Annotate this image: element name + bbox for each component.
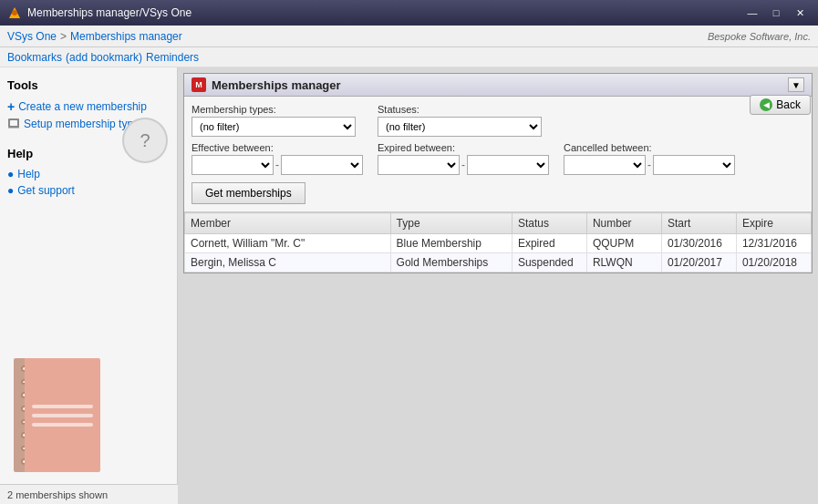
sidebar-item-help[interactable]: ● Help (7, 166, 170, 182)
cancelled-from-select[interactable] (564, 155, 646, 175)
notebook-spine (14, 358, 25, 472)
cancelled-between-label: Cancelled between: (564, 142, 652, 153)
expired-between-label: Expired between: (378, 142, 455, 153)
main-layout: Tools ? + Create a new membership Setup … (0, 67, 818, 504)
cancelled-between-group: Cancelled between: - (564, 142, 735, 175)
table-header-row: Member Type Status Number Start Expire (185, 213, 812, 234)
title-bar-buttons: — □ ✕ (741, 5, 811, 21)
nav-bar: VSys One > Memberships manager Bespoke S… (0, 26, 818, 47)
memberships-table: Member Type Status Number Start Expire C… (184, 212, 812, 273)
col-header-status: Status (512, 213, 586, 234)
col-header-type: Type (390, 213, 512, 234)
cancelled-dash: - (647, 159, 651, 171)
close-button[interactable]: ✕ (789, 5, 811, 21)
sidebar-item-create[interactable]: + Create a new membership (7, 98, 170, 116)
col-header-expire: Expire (736, 213, 811, 234)
help-circle-icon: ? (122, 118, 168, 163)
effective-dash: - (275, 159, 279, 171)
expired-dash: - (461, 159, 465, 171)
get-support-label: Get support (17, 184, 75, 197)
col-header-start: Start (661, 213, 736, 234)
membership-types-group: Membership types: (no filter) (192, 104, 356, 137)
status-text: 2 memberships shown (7, 489, 108, 500)
cancelled-to-select[interactable] (653, 155, 735, 175)
title-bar-text: Memberships manager/VSys One (27, 6, 736, 19)
panel-controls: ▼ (788, 77, 804, 92)
breadcrumb: VSys One > Memberships manager (7, 30, 182, 43)
expired-to-select[interactable] (467, 155, 549, 175)
get-memberships-row: Get memberships (192, 180, 804, 204)
cell-expire: 01/20/2018 (736, 253, 811, 273)
cell-status: Expired (512, 234, 586, 253)
table-row[interactable]: Bergin, Melissa CGold MembershipsSuspend… (185, 253, 812, 273)
bookmarks-link[interactable]: Bookmarks (7, 51, 62, 64)
notebook-body (25, 358, 100, 472)
get-memberships-button[interactable]: Get memberships (192, 182, 305, 204)
app-icon (7, 5, 22, 20)
maximize-button[interactable]: □ (765, 5, 787, 21)
cell-expire: 12/31/2016 (736, 234, 811, 253)
create-membership-label: Create a new membership (18, 100, 147, 113)
back-label: Back (776, 98, 801, 111)
minimize-button[interactable]: — (741, 5, 763, 21)
cell-number: QQUPM (586, 234, 661, 253)
plus-icon: + (7, 99, 15, 114)
table-body: Cornett, William "Mr. C"Blue MembershipE… (185, 234, 812, 273)
cell-member: Bergin, Melissa C (185, 253, 391, 273)
panel-header: M Memberships manager ▼ (184, 74, 812, 97)
bookmarks-bar: Bookmarks (add bookmark) Reminders ◀ Bac… (0, 47, 818, 67)
cell-start: 01/30/2016 (661, 234, 736, 253)
cell-member: Cornett, William "Mr. C" (185, 234, 391, 253)
memberships-panel: M Memberships manager ▼ Membership types… (183, 73, 813, 273)
help-icon: ● (7, 168, 14, 180)
notebook-line (32, 414, 93, 417)
statuses-select[interactable]: (no filter) (378, 117, 542, 137)
add-bookmark-link[interactable]: (add bookmark) (66, 51, 142, 64)
table-row[interactable]: Cornett, William "Mr. C"Blue MembershipE… (185, 234, 812, 253)
filter-row-1: Membership types: (no filter) Statuses: … (192, 104, 804, 137)
memberships-manager-link[interactable]: Memberships manager (70, 30, 182, 43)
notebook-line (32, 423, 93, 427)
cell-start: 01/20/2017 (661, 253, 736, 273)
expired-between-group: Expired between: - (378, 142, 549, 175)
filter-area: Membership types: (no filter) Statuses: … (184, 97, 812, 212)
effective-from-select[interactable] (192, 155, 274, 175)
panel-title: M Memberships manager (192, 77, 341, 92)
effective-to-select[interactable] (281, 155, 363, 175)
gear-icon (7, 118, 20, 130)
panel-collapse-button[interactable]: ▼ (788, 77, 804, 92)
membership-types-select[interactable]: (no filter) (192, 117, 356, 137)
effective-between-group: Effective between: - (192, 142, 363, 175)
reminders-link[interactable]: Reminders (146, 51, 199, 64)
cell-type: Gold Memberships (390, 253, 512, 273)
title-bar: Memberships manager/VSys One — □ ✕ (0, 0, 818, 26)
filter-row-2: Effective between: - Expired be (192, 142, 804, 175)
table-header: Member Type Status Number Start Expire (185, 213, 812, 234)
statuses-label: Statuses: (378, 104, 419, 115)
support-icon: ● (7, 184, 14, 197)
svg-point-1 (12, 10, 17, 15)
cell-status: Suspended (512, 253, 586, 273)
notebook-line (32, 405, 93, 408)
col-header-number: Number (586, 213, 661, 234)
notebook-thumbnail (14, 358, 100, 472)
expired-from-select[interactable] (378, 155, 460, 175)
breadcrumb-separator: > (60, 30, 67, 43)
back-icon: ◀ (760, 98, 772, 111)
panel-title-text: Memberships manager (212, 78, 341, 92)
bespoke-label: Bespoke Software, Inc. (708, 31, 811, 42)
statuses-group: Statuses: (no filter) (378, 104, 542, 137)
effective-between-label: Effective between: (192, 142, 274, 153)
cell-type: Blue Membership (390, 234, 512, 253)
tools-section-title: Tools (7, 78, 170, 92)
svg-rect-3 (10, 120, 17, 126)
help-label: Help (17, 168, 40, 180)
back-button[interactable]: ◀ Back (750, 95, 811, 115)
membership-types-label: Membership types: (192, 104, 276, 115)
panel-icon: M (192, 77, 206, 92)
col-header-member: Member (185, 213, 391, 234)
sidebar-item-support[interactable]: ● Get support (7, 182, 170, 199)
vsysone-link[interactable]: VSys One (7, 30, 57, 43)
content-area: M Memberships manager ▼ Membership types… (178, 67, 818, 504)
cell-number: RLWQN (586, 253, 661, 273)
